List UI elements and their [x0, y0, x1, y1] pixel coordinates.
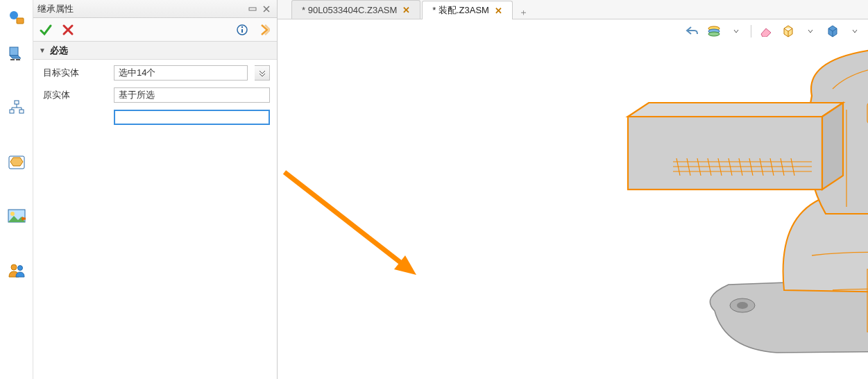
svg-rect-4: [16, 59, 20, 60]
svg-point-20: [708, 32, 720, 36]
svg-point-24: [737, 302, 748, 309]
left-icon-strip: [0, 0, 33, 379]
landscape-icon[interactable]: [4, 204, 29, 229]
svg-rect-5: [15, 101, 19, 104]
tree-cube-icon[interactable]: [4, 42, 29, 67]
tab-1[interactable]: * 装配.Z3ASM ✕: [422, 1, 513, 19]
source-entity-input[interactable]: [114, 110, 270, 125]
source-entity-label: 原实体: [43, 89, 107, 101]
required-section-header[interactable]: ▼ 必选: [33, 42, 277, 60]
cancel-button[interactable]: [58, 21, 78, 39]
wireframe-cube-icon[interactable]: [781, 24, 796, 39]
svg-rect-27: [628, 117, 822, 190]
source-entity-value[interactable]: 基于所选: [114, 87, 270, 103]
tab-0-close-icon[interactable]: ✕: [402, 5, 410, 15]
tab-1-label: * 装配.Z3ASM: [432, 4, 489, 17]
layers-dd-icon[interactable]: [729, 24, 744, 39]
tab-1-close-icon[interactable]: ✕: [495, 6, 502, 16]
source-entity-input-wrap: [114, 110, 270, 125]
panel-header: 继承属性: [33, 0, 277, 18]
target-entity-row: 目标实体 选中14个: [43, 65, 270, 81]
tab-0[interactable]: * 90L0533404C.Z3ASM ✕: [291, 0, 420, 19]
ok-button[interactable]: [36, 21, 56, 39]
layers-icon[interactable]: [706, 24, 722, 39]
main-area: * 90L0533404C.Z3ASM ✕ * 装配.Z3ASM ✕ ＋: [278, 0, 868, 379]
svg-rect-2: [10, 47, 18, 56]
users-icon[interactable]: [4, 258, 29, 283]
minimize-icon[interactable]: [246, 3, 259, 15]
shaded-cube-icon[interactable]: [825, 24, 840, 39]
shaded-dd-icon[interactable]: [847, 24, 862, 39]
expand-icon[interactable]: [255, 21, 274, 39]
properties-panel: 继承属性 ▼ 必选 目标实体 选中14个: [33, 0, 278, 379]
cube-photo-icon[interactable]: [4, 150, 29, 175]
svg-rect-3: [10, 59, 15, 60]
close-panel-icon[interactable]: [260, 3, 273, 15]
3d-model: [569, 40, 868, 379]
svg-point-17: [241, 26, 243, 27]
svg-line-21: [284, 172, 409, 269]
source-entity-row: 原实体 基于所选: [43, 87, 270, 103]
3d-viewport[interactable]: X: [278, 19, 868, 379]
document-tabs: * 90L0533404C.Z3ASM ✕ * 装配.Z3ASM ✕ ＋: [278, 0, 868, 19]
panel-toolbar: [33, 18, 277, 42]
target-entity-label: 目标实体: [43, 67, 107, 79]
eraser-icon[interactable]: [758, 24, 774, 39]
undo-view-icon[interactable]: [684, 24, 699, 39]
svg-point-10: [10, 212, 15, 216]
info-icon[interactable]: [232, 21, 252, 39]
collapse-triangle-icon: ▼: [39, 47, 46, 54]
hierarchy-icon[interactable]: [4, 96, 29, 121]
tab-0-label: * 90L0533404C.Z3ASM: [302, 5, 397, 15]
svg-marker-22: [394, 255, 416, 275]
wireframe-dd-icon[interactable]: [803, 24, 818, 39]
svg-point-12: [11, 264, 17, 270]
svg-point-13: [17, 266, 22, 271]
properties-icon[interactable]: [4, 6, 29, 31]
svg-rect-1: [17, 18, 24, 24]
input-row: [43, 110, 270, 125]
svg-rect-16: [241, 29, 243, 33]
required-section-body: 目标实体 选中14个 原实体 基于所选: [33, 60, 277, 137]
target-entity-dropdown[interactable]: [255, 65, 270, 81]
svg-rect-6: [10, 110, 14, 113]
new-tab-button[interactable]: ＋: [514, 6, 534, 19]
viewport-toolbar: [684, 24, 862, 39]
required-label: 必选: [50, 44, 68, 57]
target-entity-value[interactable]: 选中14个: [114, 65, 248, 81]
svg-rect-14: [249, 8, 256, 10]
panel-title: 继承属性: [37, 3, 245, 15]
svg-rect-7: [19, 110, 24, 113]
